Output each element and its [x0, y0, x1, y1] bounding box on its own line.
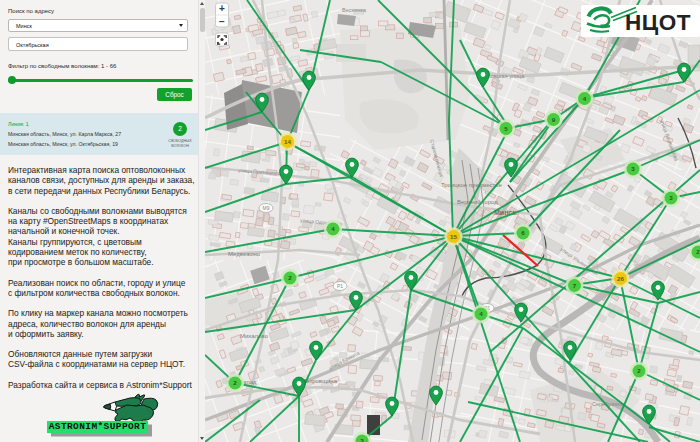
svg-text:5: 5 [504, 125, 508, 132]
svg-text:9: 9 [552, 116, 556, 123]
svg-text:26: 26 [617, 275, 624, 282]
svg-text:4: 4 [331, 225, 335, 232]
svg-text:M9: M9 [263, 205, 270, 211]
svg-text:2: 2 [288, 274, 292, 281]
svg-text:Михалово: Михалово [240, 333, 269, 339]
svg-text:4: 4 [479, 310, 483, 317]
svg-text:НЦОТ: НЦОТ [625, 10, 691, 35]
svg-text:P1: P1 [337, 283, 343, 289]
svg-text:4: 4 [583, 95, 587, 102]
svg-text:6: 6 [521, 229, 525, 236]
svg-text:2: 2 [233, 379, 237, 386]
svg-text:3: 3 [669, 194, 673, 201]
svg-text:Веснянка: Веснянка [342, 7, 367, 13]
svg-text:Верхний город: Верхний город [457, 199, 498, 205]
svg-text:14: 14 [284, 138, 291, 145]
svg-text:Медвежино: Медвежино [228, 251, 261, 257]
svg-text:2: 2 [696, 248, 700, 255]
svg-text:3: 3 [360, 437, 364, 442]
svg-text:3: 3 [631, 165, 635, 172]
svg-text:2: 2 [637, 367, 641, 374]
svg-text:7: 7 [573, 282, 577, 289]
svg-text:15: 15 [450, 233, 457, 240]
svg-text:Троицкое предместье: Троицкое предместье [441, 182, 502, 188]
svg-text:−: − [219, 16, 225, 27]
svg-text:+: + [219, 3, 225, 14]
